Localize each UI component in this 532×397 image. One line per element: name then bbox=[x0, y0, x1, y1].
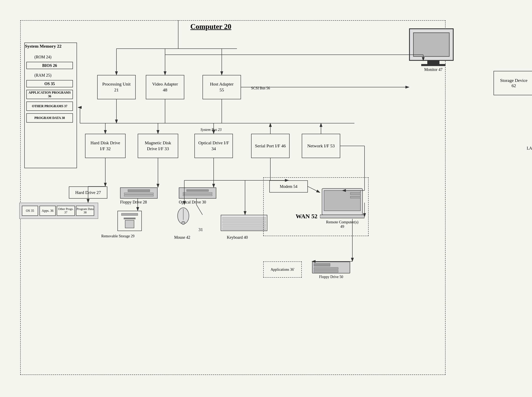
floppy-drive-50-label: Floppy Drive 50 bbox=[312, 275, 350, 279]
hard-disk-if-label: Hard Disk DriveI/F 32 bbox=[91, 140, 120, 152]
hard-disk-if-box: Hard Disk DriveI/F 32 bbox=[85, 134, 126, 158]
keyboard-visual bbox=[221, 215, 267, 231]
optical-drive-30-visual bbox=[179, 187, 216, 198]
processing-unit-box: Processing Unit21 bbox=[97, 75, 136, 99]
video-adapter-box: Video Adapter48 bbox=[146, 75, 184, 99]
program-data-label: PROGRAM DATA 38 bbox=[34, 116, 65, 120]
keyboard-label: Keyboard 40 bbox=[227, 235, 248, 240]
program-data-box: PROGRAM DATA 38 bbox=[26, 113, 73, 123]
optical-if-label: Optical Drive I/F34 bbox=[198, 140, 229, 152]
rom-label: (ROM 24) bbox=[34, 55, 51, 59]
storage-device-label: Storage Device62 bbox=[500, 78, 527, 88]
remote-computer-visual bbox=[320, 186, 365, 219]
floppy-drive-28-visual bbox=[120, 187, 158, 198]
svg-rect-9 bbox=[314, 263, 330, 266]
svg-rect-6 bbox=[350, 192, 361, 195]
label-31: 31 bbox=[198, 227, 203, 232]
hard-drive-box: Hard Drive 27 bbox=[69, 186, 107, 198]
svg-rect-11 bbox=[314, 270, 338, 272]
other-programs-label: OTHER PROGRAMS 37 bbox=[32, 104, 67, 108]
floppy-drive-28-label: Floppy Drive 28 bbox=[120, 200, 147, 205]
system-bus-label: System Bus 23 bbox=[201, 128, 221, 132]
app-programs-label: APPLICATION PROGRAMS 36 bbox=[27, 91, 73, 98]
hdd-apps: Apps. 36 bbox=[39, 206, 56, 216]
network-if-box: Network I/F 53 bbox=[302, 134, 340, 158]
svg-rect-7 bbox=[350, 196, 361, 198]
serial-port-if-box: Serial Port I/F 46 bbox=[251, 134, 290, 158]
optical-drive-30-label: Optical Drive 30 bbox=[179, 200, 206, 205]
computer-title: Computer 20 bbox=[190, 22, 231, 31]
video-adapter-label: Video Adapter48 bbox=[152, 81, 178, 93]
lan-label: LAN 51 bbox=[527, 146, 532, 151]
host-adapter-box: Host Adapter55 bbox=[202, 75, 241, 99]
os35-label: OS 35 bbox=[44, 81, 55, 86]
os35-box: OS 35 bbox=[26, 80, 73, 87]
removable-storage-visual bbox=[117, 211, 142, 231]
hdd-other: Other Progs. 37 bbox=[57, 206, 75, 216]
svg-point-2 bbox=[182, 221, 185, 224]
applications-label: Applications 36' bbox=[270, 267, 294, 272]
monitor-label: Monitor 47 bbox=[409, 67, 458, 72]
mag-disk-if-box: Magnetic DiskDrive I/F 33 bbox=[138, 134, 178, 158]
hard-drive-label: Hard Drive 27 bbox=[75, 190, 101, 196]
bios-box: BIOS 26 bbox=[26, 62, 73, 69]
other-programs-box: OTHER PROGRAMS 37 bbox=[26, 101, 73, 111]
optical-if-box: Optical Drive I/F34 bbox=[194, 134, 233, 158]
svg-rect-10 bbox=[314, 267, 338, 270]
removable-storage-label: Removable Storage 29 bbox=[101, 234, 135, 238]
network-if-label: Network I/F 53 bbox=[307, 143, 335, 149]
floppy-drive-50-visual: Floppy Drive 50 bbox=[312, 261, 350, 273]
system-memory-title: System Memory 22 bbox=[25, 43, 61, 49]
host-adapter-label: Host Adapter55 bbox=[210, 81, 234, 93]
processing-unit-label: Processing Unit21 bbox=[102, 81, 131, 93]
monitor-visual: Monitor 47 bbox=[409, 28, 458, 69]
app-programs-box: APPLICATION PROGRAMS 36 bbox=[26, 90, 73, 99]
svg-rect-5 bbox=[320, 215, 365, 218]
serial-port-if-label: Serial Port I/F 46 bbox=[255, 143, 286, 149]
hdd-os: OS 35 bbox=[22, 206, 38, 216]
mouse-label: Mouse 42 bbox=[174, 235, 190, 240]
ram-label: (RAM 25) bbox=[34, 73, 51, 78]
scsi-bus-label: SCSI Bus 56 bbox=[251, 86, 270, 90]
hdd-prog: Program Data 38 bbox=[76, 206, 94, 216]
mouse-visual bbox=[176, 205, 190, 225]
remote-computer-label: Remote Computer(s) 49 bbox=[318, 220, 367, 229]
applications-box: Applications 36' bbox=[263, 261, 302, 278]
mag-disk-if-label: Magnetic DiskDrive I/F 33 bbox=[145, 140, 171, 152]
bios-label: BIOS 26 bbox=[42, 63, 57, 68]
storage-device-62-box: Storage Device62 bbox=[494, 71, 532, 95]
